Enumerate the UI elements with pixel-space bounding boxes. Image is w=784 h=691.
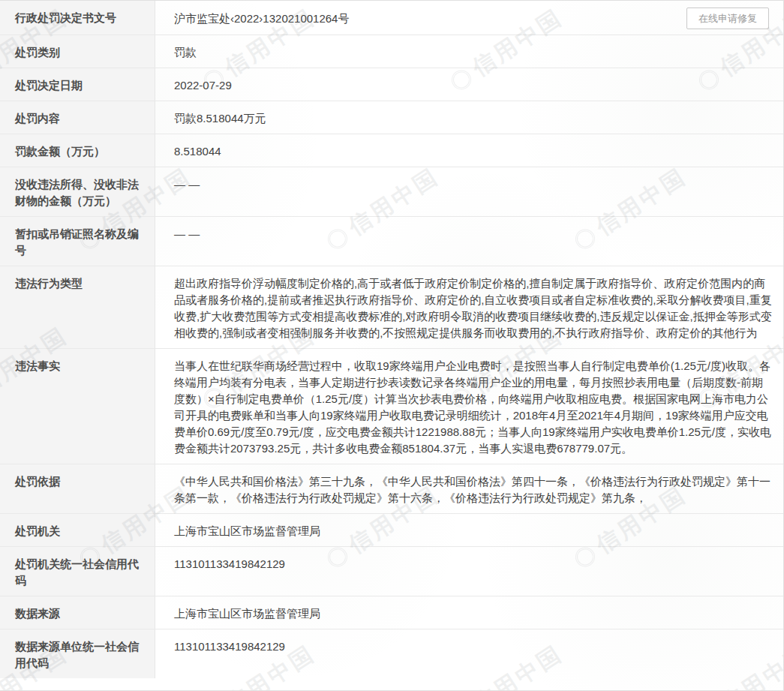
- row-value: 沪市监宝处‹2022›132021001264号 在线申请修复: [155, 1, 783, 35]
- table-row-source-credit-code: 数据来源单位统一社会信用代码 113101133419842129: [0, 629, 783, 678]
- penalty-detail-table: 行政处罚决定书文号 沪市监宝处‹2022›132021001264号 在线申请修…: [0, 1, 783, 678]
- online-repair-request-button[interactable]: 在线申请修复: [686, 8, 769, 29]
- row-value-text: 沪市监宝处‹2022›132021001264号: [174, 11, 349, 27]
- row-label: 数据来源: [0, 596, 155, 629]
- row-value: 当事人在世纪联华商场经营过程中，收取19家终端用户企业电费时，是按照当事人自行制…: [155, 349, 783, 464]
- table-row-license-revocation: 暂扣或吊销证照名称及编号 — —: [0, 217, 783, 266]
- table-row-confiscation-amount: 没收违法所得、没收非法财物的金额（万元） — —: [0, 167, 783, 217]
- table-row-data-source: 数据来源 上海市宝山区市场监督管理局: [0, 596, 783, 629]
- row-value: 罚款: [155, 35, 783, 68]
- row-value: 《中华人民共和国价格法》第三十九条，《中华人民共和国价格法》第四十一条，《价格违…: [155, 464, 783, 513]
- table-row-violation-facts: 违法事实 当事人在世纪联华商场经营过程中，收取19家终端用户企业电费时，是按照当…: [0, 349, 783, 464]
- table-row-penalty-content: 处罚内容 罚款8.518044万元: [0, 101, 783, 134]
- penalty-detail-panel: 信用中国信用中国信用中国信用中国信用中国信用中国信用中国信用中国信用中国信用中国…: [0, 0, 784, 691]
- row-value: 超出政府指导价浮动幅度制定价格的,高于或者低于政府定价制定价格的,擅自制定属于政…: [155, 266, 783, 348]
- table-row-penalty-category: 处罚类别 罚款: [0, 35, 783, 68]
- table-row-authority-credit-code: 处罚机关统一社会信用代码 113101133419842129: [0, 547, 783, 596]
- row-value: 113101133419842129: [155, 629, 783, 678]
- row-value: 2022-07-29: [155, 68, 783, 101]
- table-row-decision-date: 处罚决定日期 2022-07-29: [0, 68, 783, 101]
- row-value: 8.518044: [155, 134, 783, 167]
- row-label: 暂扣或吊销证照名称及编号: [0, 217, 155, 266]
- row-label: 处罚机关: [0, 514, 155, 546]
- table-row-fine-amount: 罚款金额（万元） 8.518044: [0, 134, 783, 167]
- row-label: 罚款金额（万元）: [0, 134, 155, 167]
- row-value: — —: [155, 167, 783, 216]
- row-value: 113101133419842129: [155, 547, 783, 596]
- row-value: — —: [155, 217, 783, 266]
- row-label: 违法事实: [0, 349, 155, 464]
- row-label: 违法行为类型: [0, 266, 155, 348]
- row-value: 上海市宝山区市场监督管理局: [155, 514, 783, 546]
- row-label: 数据来源单位统一社会信用代码: [0, 629, 155, 678]
- table-row-violation-type: 违法行为类型 超出政府指导价浮动幅度制定价格的,高于或者低于政府定价制定价格的,…: [0, 266, 783, 349]
- row-label: 处罚依据: [0, 464, 155, 513]
- table-row-doc-number: 行政处罚决定书文号 沪市监宝处‹2022›132021001264号 在线申请修…: [0, 1, 783, 35]
- row-label: 没收违法所得、没收非法财物的金额（万元）: [0, 167, 155, 216]
- row-value: 罚款8.518044万元: [155, 101, 783, 134]
- row-value: 上海市宝山区市场监督管理局: [155, 596, 783, 629]
- row-label: 处罚内容: [0, 101, 155, 134]
- row-label: 处罚机关统一社会信用代码: [0, 547, 155, 596]
- row-label: 行政处罚决定书文号: [0, 1, 155, 35]
- row-label: 处罚决定日期: [0, 68, 155, 101]
- row-label: 处罚类别: [0, 35, 155, 68]
- table-row-penalty-basis: 处罚依据 《中华人民共和国价格法》第三十九条，《中华人民共和国价格法》第四十一条…: [0, 464, 783, 514]
- table-row-penalty-authority: 处罚机关 上海市宝山区市场监督管理局: [0, 514, 783, 547]
